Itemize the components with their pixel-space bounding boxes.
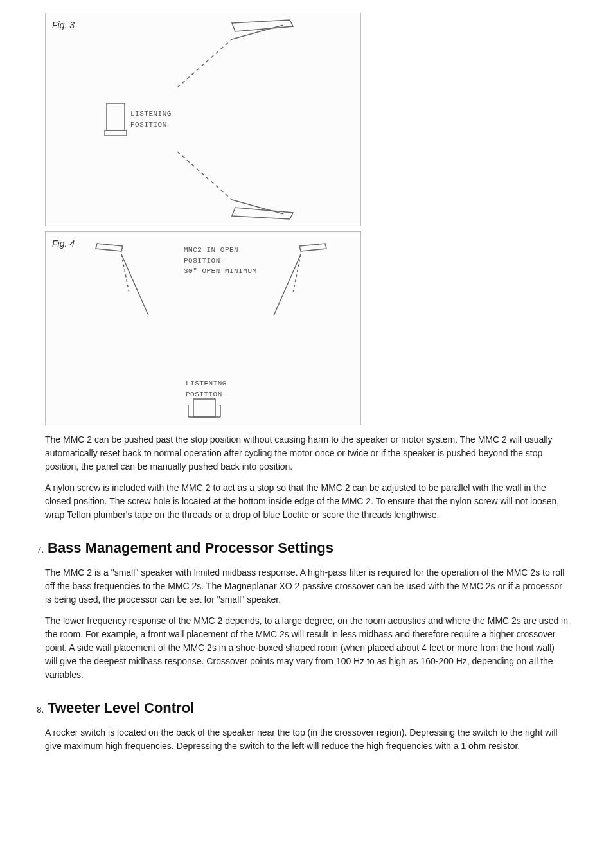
figure-4-mmc-label: MMC2 IN OPEN POSITION- 30" OPEN MINIMUM bbox=[184, 245, 257, 277]
svg-rect-10 bbox=[193, 399, 215, 417]
svg-line-6 bbox=[121, 254, 148, 315]
section-7-number: 7. bbox=[26, 544, 48, 556]
section-8-number: 8. bbox=[26, 704, 48, 716]
svg-rect-3 bbox=[105, 130, 127, 136]
svg-line-0 bbox=[177, 39, 232, 87]
paragraph-stop-position: The MMC 2 can be pushed past the stop po… bbox=[45, 433, 568, 474]
figure-3-listening-label: LISTENING POSITION bbox=[130, 109, 172, 130]
svg-line-1 bbox=[232, 25, 283, 39]
section-7-title: Bass Management and Processor Settings bbox=[48, 537, 333, 558]
section-7-paragraph-1: The MMC 2 is a "small" speaker with limi… bbox=[45, 566, 568, 607]
svg-line-8 bbox=[274, 254, 301, 315]
section-7-header: 7. Bass Management and Processor Setting… bbox=[26, 537, 587, 558]
section-8-title: Tweeter Level Control bbox=[48, 697, 194, 718]
svg-line-9 bbox=[293, 254, 301, 293]
svg-line-4 bbox=[177, 152, 232, 200]
svg-rect-2 bbox=[107, 103, 125, 130]
section-8-header: 8. Tweeter Level Control bbox=[26, 697, 587, 718]
paragraph-nylon-screw: A nylon screw is included with the MMC 2… bbox=[45, 481, 568, 522]
svg-line-5 bbox=[232, 200, 283, 214]
section-8-paragraph-1: A rocker switch is located on the back o… bbox=[45, 726, 568, 753]
figure-4-listening-label: LISTENING POSITION bbox=[186, 378, 227, 400]
section-7-paragraph-2: The lower frequency response of the MMC … bbox=[45, 614, 568, 682]
figure-3-diagram bbox=[46, 13, 360, 226]
svg-line-7 bbox=[121, 254, 129, 293]
figure-4: Fig. 4 MMC2 IN OPEN POSITION- 30" OPEN M… bbox=[45, 231, 361, 425]
figure-3: Fig. 3 LISTENING POSITION bbox=[45, 13, 361, 226]
